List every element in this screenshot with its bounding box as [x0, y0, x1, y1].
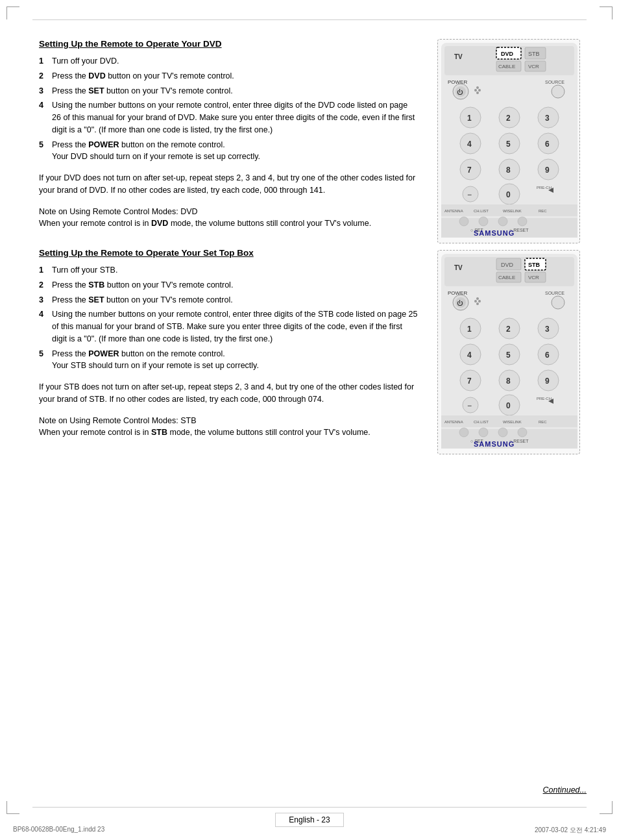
- footer-right: 2007-03-02 오전 4:21:49: [535, 826, 606, 835]
- svg-text:2: 2: [506, 325, 511, 334]
- svg-text:PRE-CH: PRE-CH: [537, 186, 552, 190]
- step-text: Turn off your STB.: [52, 264, 418, 277]
- svg-point-73: [474, 300, 477, 303]
- svg-text:2: 2: [506, 114, 511, 123]
- step2-5: 5 Press the POWER button on the remote c…: [39, 348, 418, 373]
- section1: Setting Up the Remote to Operate Your DV…: [39, 39, 418, 230]
- svg-text:WISELINK: WISELINK: [503, 420, 522, 424]
- svg-text:REC: REC: [539, 209, 547, 213]
- remote-svg-1: TV DVD STB CABLE VCR POWER: [438, 40, 580, 241]
- svg-point-111: [498, 428, 507, 437]
- bottom-rule: [32, 807, 587, 808]
- step-text: Press the SET button on your TV's remote…: [52, 85, 418, 97]
- svg-point-20: [552, 85, 564, 98]
- svg-text:STB: STB: [528, 262, 540, 268]
- svg-text:CABLE: CABLE: [498, 64, 515, 69]
- svg-point-112: [518, 428, 527, 437]
- top-rule: [32, 19, 587, 20]
- svg-point-51: [459, 217, 468, 226]
- svg-text:1: 1: [467, 325, 472, 334]
- step-num: 4: [39, 308, 48, 345]
- step-text: Using the number buttons on your remote …: [52, 308, 418, 345]
- svg-text:4: 4: [467, 140, 472, 149]
- svg-text:SAMSUNG: SAMSUNG: [474, 440, 515, 448]
- svg-point-16: [478, 89, 481, 92]
- svg-text:PRE-CH: PRE-CH: [537, 397, 552, 401]
- step2-1: 1 Turn off your STB.: [39, 264, 418, 277]
- section2-note1: If your STB does not turn on after set-u…: [39, 381, 418, 406]
- svg-text:7: 7: [467, 166, 472, 175]
- svg-text:CABLE: CABLE: [498, 275, 515, 280]
- svg-text:SAMSUNG: SAMSUNG: [474, 229, 515, 237]
- svg-text:6: 6: [545, 351, 550, 360]
- svg-text:⏻: ⏻: [457, 300, 463, 306]
- corner-tl: [6, 6, 19, 19]
- text-column: Setting Up the Remote to Operate Your DV…: [39, 39, 418, 457]
- section2-steps: 1 Turn off your STB. 2 Press the STB but…: [39, 264, 418, 372]
- footer-info: BP68-00628B-00Eng_1.indd 23 2007-03-02 오…: [0, 826, 619, 835]
- svg-text:CH.LIST: CH.LIST: [474, 420, 489, 424]
- svg-text:VCR: VCR: [528, 64, 539, 69]
- svg-point-52: [479, 217, 488, 226]
- svg-text:1: 1: [467, 114, 472, 123]
- remote-diagram-1: TV DVD STB CABLE VCR POWER: [437, 39, 580, 243]
- remote-diagram-2: TV DVD STB CABLE VCR POWER: [437, 250, 580, 454]
- step-text: Using the number buttons on your remote …: [52, 99, 418, 136]
- step1-2: 2 Press the DVD button on your TV's remo…: [39, 70, 418, 82]
- step1-3: 3 Press the SET button on your TV's remo…: [39, 85, 418, 97]
- svg-point-18: [476, 92, 479, 94]
- svg-text:SOURCE: SOURCE: [545, 80, 564, 84]
- svg-text:8: 8: [506, 166, 511, 175]
- page-container: Setting Up the Remote to Operate Your DV…: [0, 0, 619, 840]
- svg-text:VCR: VCR: [528, 275, 539, 280]
- step2-2: 2 Press the STB button on your TV's remo…: [39, 279, 418, 291]
- step-num: 1: [39, 55, 48, 68]
- svg-text:ANTENNA: ANTENNA: [444, 420, 463, 424]
- svg-text:6: 6: [545, 140, 550, 149]
- svg-text:5: 5: [506, 351, 511, 360]
- step-num: 3: [39, 294, 48, 306]
- corner-bl: [6, 801, 19, 814]
- section2: Setting Up the Remote to Operate Your Se…: [39, 248, 418, 439]
- step-num: 2: [39, 279, 48, 291]
- step2-3: 3 Press the SET button on your TV's remo…: [39, 294, 418, 306]
- step-num: 2: [39, 70, 48, 82]
- svg-text:STB: STB: [528, 51, 540, 57]
- content-area: Setting Up the Remote to Operate Your DV…: [39, 39, 587, 457]
- step-num: 5: [39, 348, 48, 373]
- svg-text:0: 0: [506, 190, 511, 199]
- step2-4: 4 Using the number buttons on your remot…: [39, 308, 418, 345]
- svg-text:4: 4: [467, 351, 472, 360]
- svg-point-110: [479, 428, 488, 437]
- svg-text:0: 0: [506, 401, 511, 410]
- svg-text:WISELINK: WISELINK: [503, 209, 522, 213]
- step-text: Turn off your DVD.: [52, 55, 418, 68]
- corner-br: [600, 801, 613, 814]
- svg-text:CH.LIST: CH.LIST: [474, 209, 489, 213]
- svg-text:ANTENNA: ANTENNA: [444, 209, 463, 213]
- step-num: 3: [39, 85, 48, 97]
- svg-point-109: [459, 428, 468, 437]
- svg-point-15: [474, 89, 477, 92]
- continued-text: Continued...: [543, 785, 587, 795]
- svg-text:REC: REC: [539, 420, 547, 424]
- footer-left: BP68-00628B-00Eng_1.indd 23: [13, 826, 104, 835]
- svg-text:3: 3: [545, 325, 550, 334]
- step1-4: 4 Using the number buttons on your remot…: [39, 99, 418, 136]
- step-num: 4: [39, 99, 48, 136]
- images-column: TV DVD STB CABLE VCR POWER: [437, 39, 587, 457]
- corner-tr: [600, 6, 613, 19]
- step-text: Press the POWER button on the remote con…: [52, 348, 418, 373]
- svg-text:8: 8: [506, 377, 511, 386]
- section1-note1: If your DVD does not turn on after set-u…: [39, 172, 418, 197]
- svg-text:9: 9: [545, 377, 550, 386]
- section2-note2: Note on Using Remote Control Modes: STBW…: [39, 415, 418, 439]
- step-num: 1: [39, 264, 48, 277]
- svg-text:−: −: [467, 190, 472, 199]
- section1-note2: Note on Using Remote Control Modes: DVDW…: [39, 206, 418, 230]
- step-text: Press the SET button on your TV's remote…: [52, 294, 418, 306]
- svg-text:SOURCE: SOURCE: [545, 291, 564, 295]
- svg-text:⏻: ⏻: [457, 89, 463, 95]
- svg-text:TV: TV: [454, 53, 463, 60]
- svg-point-74: [478, 300, 481, 303]
